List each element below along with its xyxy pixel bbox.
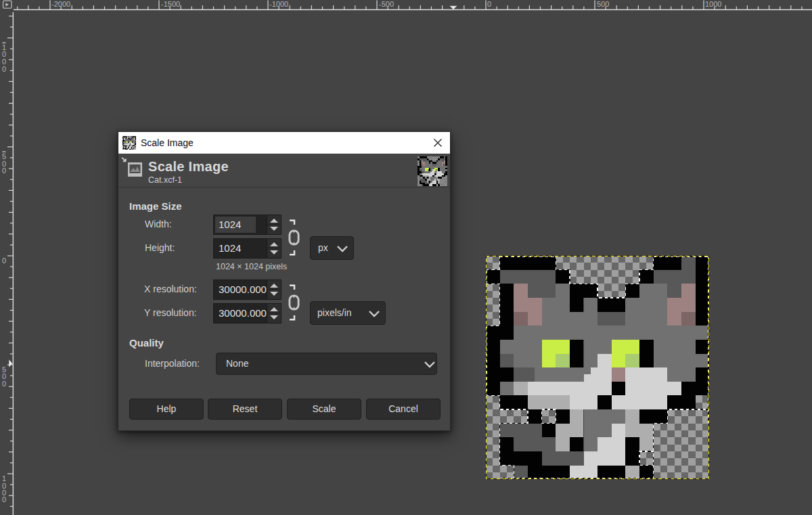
svg-text:-1500: -1500 xyxy=(161,0,180,8)
svg-text:-500: -500 xyxy=(379,0,394,8)
svg-text:0: 0 xyxy=(2,256,6,265)
svg-text:0: 0 xyxy=(2,65,6,73)
svg-text:0: 0 xyxy=(2,380,6,388)
svg-text:-1000: -1000 xyxy=(269,0,288,8)
svg-text:-2000: -2000 xyxy=(51,0,70,8)
svg-text:0: 0 xyxy=(2,166,6,175)
svg-text:1000: 1000 xyxy=(705,0,721,8)
svg-text:0: 0 xyxy=(2,495,6,503)
svg-text:500: 500 xyxy=(597,0,609,8)
svg-text:0: 0 xyxy=(487,0,491,8)
